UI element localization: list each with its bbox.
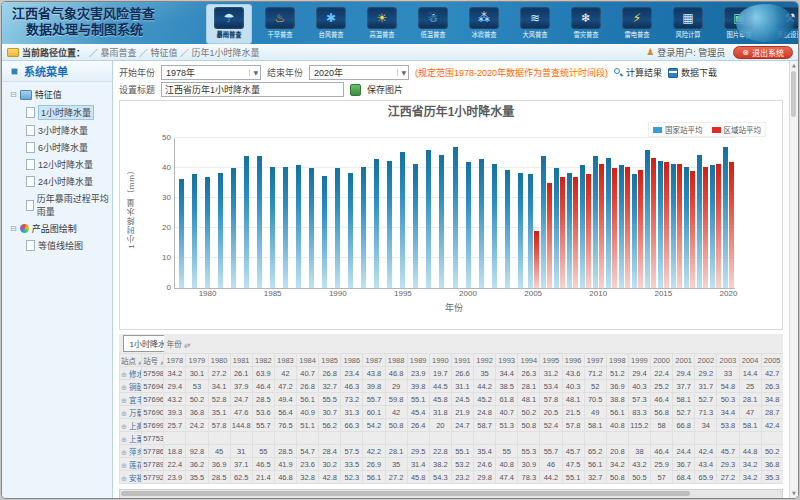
lightning-icon: ⚡ [622,7,652,29]
value-cell: 25.7 [164,419,186,432]
station-link[interactable]: 萍乡 [129,448,142,457]
bar-national [218,173,223,289]
unit-box: 1小时降水量(mm) [123,335,164,352]
vertical-scrollbar-thumb[interactable] [791,71,796,117]
sidebar-item[interactable]: 12小时降水量 [2,156,112,173]
start-year-select[interactable]: 1978年 ▼ [161,65,261,80]
sidebar-item-label: 历年暴雨过程平均雨量 [37,192,110,218]
document-icon [26,159,35,170]
value-cell: 20.5 [540,406,562,419]
value-cell: 23.2 [451,471,473,484]
x-tick-label: 2020 [720,289,738,298]
col-header-year: 2003 [717,354,739,367]
expander-icon[interactable]: ⊟ [10,224,17,233]
sidebar-item[interactable]: 1小时降水量 [2,103,112,122]
toolbar-item-lightning[interactable]: ⚡雷电普查 [614,4,660,44]
station-link[interactable]: 宜丰 [129,396,142,405]
value-cell: 25 [739,380,761,393]
horizontal-scrollbar[interactable] [119,489,783,498]
station-link[interactable]: 安福 [129,474,142,483]
sidebar-item[interactable]: 历年暴雨过程平均雨量 [2,190,112,220]
toolbar-item-cold[interactable]: ☃低温普查 [410,4,456,44]
value-cell: 26.4 [407,419,429,432]
value-cell: 44.2 [474,380,496,393]
value-cell: 29.4 [164,380,186,393]
expand-icon[interactable]: ⊕ [121,449,127,457]
expand-icon[interactable]: ⊕ [121,384,127,392]
value-cell: 49.4 [274,393,296,406]
download-button[interactable]: 数据下载 [668,66,717,79]
sidebar-item[interactable]: 6小时降水量 [2,139,112,156]
value-cell: 34.2 [739,458,761,471]
value-cell: 48.1 [518,393,540,406]
value-cell: 24.2 [186,419,208,432]
value-cell: 28.4 [319,445,341,458]
y-tick-label: 40 [145,163,171,172]
toolbar-item-rain[interactable]: ☂暴雨普查 [206,4,252,44]
end-year-select[interactable]: 2020年 ▼ [309,65,409,80]
station-link[interactable]: 莲花 [129,461,142,470]
toolbar-item-typhoon[interactable]: ✱台风普查 [308,4,354,44]
value-cell: 40.9 [297,406,319,419]
expand-icon[interactable]: ⊕ [121,475,127,483]
toolbar-item-heat[interactable]: ☀高温普查 [359,4,405,44]
station-link[interactable]: 上高 [129,422,142,431]
bar-national [426,150,431,288]
station-link[interactable]: 上栗 [129,435,142,444]
sort-icon[interactable]: ▲▼ [160,359,164,365]
station-link[interactable]: 修水 [129,370,142,379]
value-cell: 53.8 [717,419,739,432]
station-id: 57694 [142,380,164,393]
expand-icon[interactable]: ⊕ [121,462,127,470]
image-icon [350,84,361,96]
expander-icon[interactable]: ⊟ [10,90,17,99]
toolbar-item-snow[interactable]: ❄雪灾普查 [563,4,609,44]
value-cell: 57.8 [540,393,562,406]
sidebar-group[interactable]: ⊟产品图绘制 [2,220,112,237]
sidebar-group[interactable]: ⊟特征值 [2,86,112,103]
save-icon [668,68,678,78]
save-image-button[interactable]: 保存图片 [367,83,403,96]
station-link[interactable]: 铜鼓 [129,383,142,392]
expand-icon[interactable]: ⊕ [121,436,127,444]
document-icon [26,107,35,118]
col-header-year: 1992 [474,354,496,367]
sidebar-item[interactable]: 等值线绘图 [2,237,112,254]
sidebar-item[interactable]: 3小时降水量 [2,122,112,139]
expand-icon[interactable]: ⊕ [121,371,127,379]
bar-national [567,173,572,289]
toolbar-item-drought[interactable]: ♨干旱普查 [257,4,303,44]
expand-icon[interactable]: ⊕ [121,397,127,405]
table-row: ⊕ 万载5769039.336.835.147.653.656.440.930.… [120,406,784,419]
sort-icon[interactable]: ▲▼ [184,342,190,348]
value-cell [297,432,319,445]
scroll-down-icon[interactable]: ▼ [790,489,798,498]
value-cell: 46.8 [274,471,296,484]
toolbar-item-wind[interactable]: ≋大风普查 [512,4,558,44]
expand-icon[interactable]: ⊕ [121,410,127,418]
station-link[interactable]: 万载 [129,409,142,418]
value-cell: 26.3 [761,380,783,393]
vertical-scrollbar[interactable]: ▲ ▼ [789,61,798,498]
chart-title-label: 设置标题 [119,83,155,96]
calculate-button[interactable]: 计算结果 [614,66,662,79]
sidebar-item[interactable]: 24小时降水量 [2,173,112,190]
exit-button[interactable]: ⊗ 退出系统 [733,46,793,59]
breadcrumb[interactable]: ／ 暴雨普查 ／ 特征值 ／ 历年1小时降水量 [89,46,260,59]
value-cell: 40.7 [496,406,518,419]
col-header-year: 1997 [584,354,606,367]
col-header-station-id[interactable]: 站号 ▲▼ [142,354,164,367]
col-header-station[interactable]: 站点 ▲▼ [120,354,142,367]
value-cell: 33.5 [341,458,363,471]
scroll-up-icon[interactable]: ▲ [790,61,798,70]
bar-regional [638,170,643,289]
sort-icon[interactable]: ▲▼ [138,359,142,365]
toolbar-item-calculator[interactable]: ▦风险计算 [665,4,711,44]
horizontal-scrollbar-thumb[interactable] [121,491,690,496]
chart-legend: 国家站平均区域站平均 [648,122,766,137]
chart-title-input[interactable] [161,82,344,97]
toolbar-item-label: 雪灾普查 [566,30,606,39]
value-cell: 57 [651,471,673,484]
toolbar-item-hail[interactable]: ⁂冰雹普查 [461,4,507,44]
expand-icon[interactable]: ⊕ [121,423,127,431]
